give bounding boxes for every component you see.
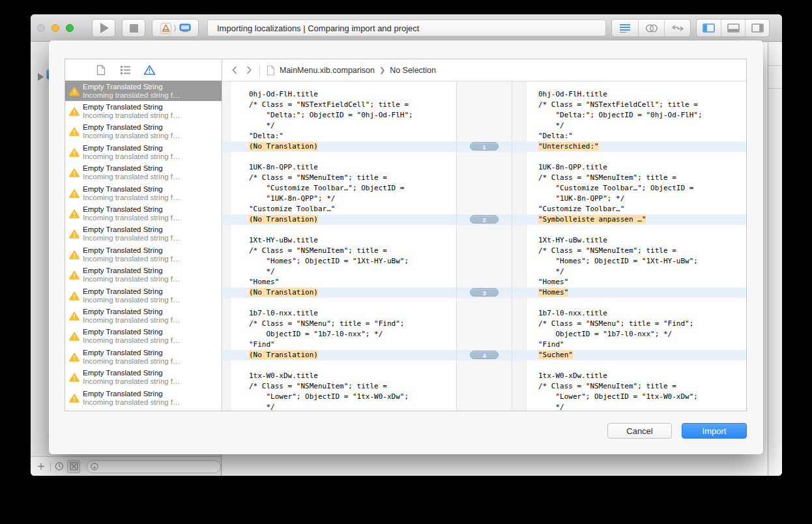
code-line (457, 152, 512, 162)
scheme-selector[interactable]: 〉 (152, 19, 199, 37)
warning-list-item[interactable]: Empty Translated StringIncoming translat… (65, 183, 222, 203)
navigator-toggle-icon (703, 23, 715, 33)
code-line (457, 225, 512, 235)
warning-list-item[interactable]: Empty Translated StringIncoming translat… (65, 265, 222, 285)
version-editor-button[interactable] (664, 20, 690, 36)
filter-field-icon (90, 462, 99, 471)
code-line (457, 121, 512, 131)
jumpbar-selection[interactable]: No Selection (390, 66, 436, 75)
code-line (223, 225, 456, 235)
inspector-strip (768, 42, 782, 476)
jumpbar-file[interactable]: MainMenu.xib.comparison (280, 66, 375, 75)
run-button[interactable] (92, 19, 115, 37)
import-localizations-sheet: Empty Translated StringIncoming translat… (49, 40, 763, 454)
navigator-filter-field[interactable] (87, 460, 221, 473)
tab-list[interactable] (118, 63, 132, 77)
code-line: 1Xt-HY-uBw.title (223, 235, 456, 246)
forward-button[interactable] (246, 66, 252, 74)
editor-mode-buttons (611, 19, 691, 37)
warning-list-item[interactable]: Empty Translated StringIncoming translat… (65, 203, 222, 224)
code-line (457, 267, 512, 277)
warning-list-item[interactable]: Empty Translated StringIncoming translat… (65, 163, 222, 183)
code-line (457, 340, 512, 350)
change-badge[interactable]: 1 (470, 142, 499, 151)
flatten-recent-button[interactable] (67, 460, 80, 473)
warning-title: Empty Translated String (83, 164, 181, 173)
warning-icon (69, 332, 80, 341)
warning-icon (69, 270, 80, 280)
warning-icon (69, 250, 80, 259)
code-line: 1tx-W0-xDw.title (512, 371, 746, 381)
clock-icon[interactable] (55, 461, 64, 471)
left-code-pane[interactable]: 0hj-Od-FlH.title/* Class = "NSTextFieldC… (223, 81, 456, 411)
warning-list-item[interactable]: Empty Translated StringIncoming translat… (65, 81, 222, 101)
warning-list-item[interactable]: Empty Translated StringIncoming translat… (65, 285, 222, 306)
warning-subtitle: Incoming translated string f… (83, 132, 181, 140)
app-scheme-icon (160, 23, 171, 34)
change-badge[interactable]: 2 (470, 215, 499, 224)
code-line: /* Class = "NSMenuItem"; title = (223, 381, 456, 392)
code-line: /* Class = "NSMenuItem"; title = (223, 173, 456, 183)
warning-list-item[interactable]: Empty Translated StringIncoming translat… (65, 367, 222, 387)
cancel-button[interactable]: Cancel (607, 423, 672, 439)
warning-list-item[interactable]: Empty Translated StringIncoming translat… (65, 142, 222, 162)
window-controls (37, 24, 74, 32)
warning-list-item[interactable]: Empty Translated StringIncoming translat… (65, 388, 222, 408)
code-line: "Lower"; ObjectID = "1tx-W0-xDw"; (512, 392, 746, 402)
warning-list-item[interactable]: Empty Translated StringIncoming translat… (65, 306, 222, 326)
code-line: 1tx-W0-xDw.title (223, 371, 456, 381)
code-line: /* Class = "NSMenuItem"; title = (512, 381, 746, 392)
warning-list-item[interactable]: Empty Translated StringIncoming translat… (65, 327, 222, 347)
disclosure-triangle-icon[interactable] (38, 73, 44, 81)
code-line: "Suchen" (512, 350, 746, 360)
code-line (457, 256, 512, 267)
import-button[interactable]: Import (682, 423, 747, 439)
warning-subtitle: Incoming translated string f… (83, 275, 181, 284)
warning-icon (69, 87, 80, 96)
code-line (457, 183, 512, 194)
stop-button[interactable] (122, 19, 145, 37)
warning-list[interactable]: Empty Translated StringIncoming translat… (65, 81, 222, 411)
change-badge[interactable]: 3 (470, 288, 499, 297)
debug-area-toggle-button[interactable] (721, 20, 745, 36)
inspector-toggle-button[interactable] (745, 20, 769, 36)
tab-issues[interactable] (142, 63, 156, 77)
toolbar: 〉 Importing localizations | Comparing im… (31, 14, 782, 42)
assistant-editor-button[interactable] (638, 20, 664, 36)
warning-list-item[interactable]: Empty Translated StringIncoming translat… (65, 101, 222, 121)
warning-title: Empty Translated String (83, 369, 181, 377)
code-line: */ (223, 402, 456, 411)
zoom-button[interactable] (66, 24, 74, 32)
warning-icon (69, 168, 80, 177)
warning-list-item[interactable]: Empty Translated StringIncoming translat… (65, 244, 222, 265)
warning-list-item[interactable]: Empty Translated StringIncoming translat… (65, 224, 222, 244)
warning-icon (69, 291, 80, 300)
back-button[interactable] (232, 66, 237, 74)
minimize-button[interactable] (51, 24, 59, 32)
code-line (223, 152, 456, 162)
warning-list-item[interactable]: Empty Translated StringIncoming translat… (65, 122, 222, 142)
code-line: */ (512, 121, 746, 131)
standard-editor-button[interactable] (612, 20, 638, 36)
change-badge[interactable]: 4 (470, 351, 499, 359)
divider (768, 88, 782, 89)
warning-list-item[interactable]: Empty Translated StringIncoming translat… (65, 347, 222, 367)
tab-file[interactable] (94, 63, 108, 77)
code-line: /* Class = "NSTextFieldCell"; title = (223, 100, 456, 110)
code-line: 3 (457, 287, 512, 298)
activity-viewer: Importing localizations | Comparing impo… (207, 20, 606, 36)
code-line: "1UK-8n-QPP"; */ (512, 194, 746, 204)
flatten-recent-icon (70, 462, 78, 471)
warning-subtitle: Incoming translated string f… (83, 398, 181, 407)
warning-list-item[interactable]: Empty Translated StringIncoming translat… (65, 408, 222, 411)
code-line: "Find" (512, 340, 746, 350)
code-line: /* Class = "NSTextFieldCell"; title = (512, 100, 746, 110)
warning-title: Empty Translated String (83, 144, 181, 153)
right-code-pane[interactable]: 0hj-Od-FlH.title/* Class = "NSTextFieldC… (512, 81, 746, 411)
warning-icon (69, 373, 80, 382)
navigator-toggle-button[interactable] (697, 20, 721, 36)
code-line: 0hj-Od-FlH.title (512, 89, 746, 100)
code-line: (No Translation) (223, 287, 456, 298)
add-icon[interactable] (37, 462, 45, 471)
code-line: "Delta:"; ObjectID = "0hj-Od-FlH"; (512, 110, 746, 121)
